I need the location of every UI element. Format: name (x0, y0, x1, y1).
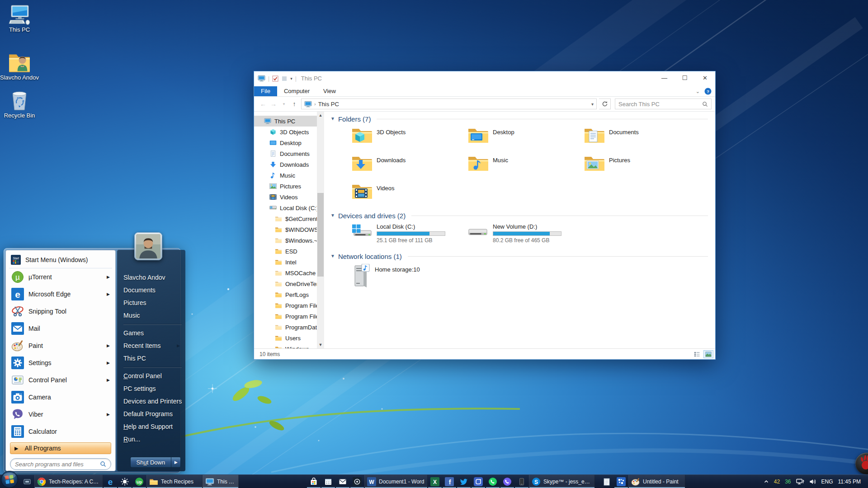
taskbar-instagram[interactable] (471, 475, 486, 488)
start-item-camera[interactable]: Camera (9, 389, 112, 406)
start-item-mail[interactable]: Mail (9, 320, 112, 337)
sidebar-item-programdata[interactable]: ProgramData (254, 322, 317, 333)
start-right-default-programs[interactable]: Default Programs (123, 408, 182, 420)
taskbar-store[interactable] (307, 475, 321, 488)
start-item-viber[interactable]: Viber▶ (9, 406, 112, 423)
language-indicator[interactable]: ENG (821, 479, 833, 485)
desktop-icon-slavcho-andov[interactable]: Slavcho Andov (0, 52, 39, 81)
taskbar-viber[interactable] (500, 475, 514, 488)
refresh-button[interactable] (599, 99, 611, 109)
taskbar-paint-untitled[interactable]: Untitled - Paint (628, 475, 685, 488)
start-right-pictures[interactable]: Pictures (123, 296, 182, 309)
tab-file[interactable]: File (254, 86, 277, 96)
tray-temp-2[interactable]: 36 (785, 479, 791, 485)
minimize-button[interactable]: — (654, 71, 675, 84)
sidebar-item-esd[interactable]: ESD (254, 246, 317, 257)
start-right-control-panel[interactable]: Control Panel (123, 370, 182, 382)
volume-icon[interactable] (809, 479, 816, 485)
network-item-home-storage-10[interactable]: Home storage:10 (351, 263, 467, 291)
desktop-icon-recycle-bin[interactable]: Recycle Bin (0, 90, 39, 119)
start-item-paint[interactable]: Paint▶ (9, 337, 112, 354)
new-folder-icon[interactable] (281, 75, 288, 82)
start-right-run[interactable]: Run... (123, 433, 182, 446)
desktop-icon-this-pc[interactable]: This PC (0, 5, 39, 33)
start-right-documents[interactable]: Documents (123, 284, 182, 296)
taskbar-skype-jess[interactable]: SSkype™ - jess_eswf (529, 475, 595, 488)
taskbar-this-pc[interactable]: This PC (203, 475, 239, 488)
start-right-music[interactable]: Music (123, 309, 182, 322)
sidebar-scrollbar[interactable]: ▲ ▼ (317, 112, 324, 348)
sidebar-item-documents[interactable]: Documents (254, 148, 317, 159)
up-icon[interactable]: ↑ (290, 100, 299, 108)
shut-down-button[interactable]: Shut Down (130, 457, 171, 468)
taskbar-phone[interactable] (514, 475, 529, 488)
sidebar-item-program-files[interactable]: Program Files (254, 300, 317, 311)
sidebar-item-program-files[interactable]: Program Files ( (254, 311, 317, 322)
sidebar-item-videos[interactable]: Videos (254, 192, 317, 202)
all-programs[interactable]: ▶ All Programs (10, 442, 111, 454)
sidebar-item-3d-objects[interactable]: 3D Objects (254, 127, 317, 137)
taskbar-facebook[interactable]: f (442, 475, 457, 488)
taskbar-excel[interactable]: X (428, 475, 442, 488)
taskbar-whatsapp[interactable] (486, 475, 500, 488)
section-header-network-locations-1[interactable]: ▼Network locations (1) (330, 250, 708, 263)
breadcrumb[interactable]: › This PC ▾ (301, 99, 597, 109)
forward-icon[interactable]: → (269, 100, 278, 108)
maximize-button[interactable]: ☐ (675, 71, 695, 84)
start-right-recent-items[interactable]: Recent Items▶ (123, 339, 182, 352)
explorer-search[interactable] (615, 99, 712, 109)
folder-tile-pictures[interactable]: Pictures (584, 153, 700, 181)
folder-tile-videos[interactable]: Videos (351, 181, 467, 209)
recent-locations-icon[interactable]: ▾ (279, 102, 288, 106)
tab-view[interactable]: View (316, 86, 343, 96)
taskbar-mail[interactable] (335, 475, 350, 488)
taskbar-task-view[interactable] (20, 475, 34, 488)
address-dropdown-icon[interactable]: ▾ (591, 102, 594, 107)
sidebar-item-music[interactable]: Music (254, 170, 317, 181)
start-right-slavcho-andov[interactable]: Slavcho Andov (123, 271, 182, 284)
network-icon[interactable] (796, 478, 804, 485)
scroll-up-icon[interactable]: ▲ (317, 112, 324, 119)
start-item-microsoft-edge[interactable]: eMicrosoft Edge▶ (9, 286, 112, 303)
taskbar-notepad[interactable] (599, 475, 614, 488)
start-button[interactable] (0, 470, 19, 488)
sidebar-item-intel[interactable]: Intel (254, 257, 317, 267)
sidebar-item-desktop[interactable]: Desktop (254, 137, 317, 148)
tab-computer[interactable]: Computer (277, 86, 316, 96)
start-item-settings[interactable]: Settings▶ (9, 354, 112, 371)
taskbar-twitter[interactable] (457, 475, 471, 488)
sidebar-item-windows-w[interactable]: $Windows.~W (254, 235, 317, 246)
scroll-down-icon[interactable]: ▼ (317, 341, 324, 348)
folder-tile-downloads[interactable]: Downloads (351, 153, 467, 181)
sidebar-item-windows-b[interactable]: $WINDOWS.~B (254, 224, 317, 235)
start-right-games[interactable]: Games (123, 327, 182, 339)
explorer-search-input[interactable] (618, 101, 702, 108)
sidebar-item-onedrivetemp[interactable]: OneDriveTemp (254, 278, 317, 289)
sidebar-item-msocache[interactable]: MSOCache (254, 267, 317, 278)
start-search-input[interactable] (15, 461, 100, 468)
sidebar-item-windows[interactable]: Windows (254, 343, 317, 348)
folder-tile-3d-objects[interactable]: 3D Objects (351, 125, 467, 153)
start-item-snipping-tool[interactable]: Snipping Tool (9, 303, 112, 320)
user-avatar[interactable] (134, 232, 162, 260)
taskbar-pixel-app[interactable] (614, 475, 628, 488)
taskbar-calendar[interactable] (321, 475, 335, 488)
back-icon[interactable]: ← (259, 100, 268, 108)
taskbar-edge[interactable]: e (103, 475, 118, 488)
close-button[interactable]: ✕ (695, 71, 715, 84)
taskbar-tech-recipes-folder[interactable]: Tech Recipes (146, 475, 203, 488)
section-header-folders-7[interactable]: ▼Folders (7) (330, 113, 708, 125)
taskbar-flux-sun[interactable] (118, 475, 132, 488)
sidebar-item-downloads[interactable]: Downloads (254, 159, 317, 170)
taskbar-chrome-tech-recipes[interactable]: Tech-Recipes: A Cook... (34, 475, 103, 488)
details-view-button[interactable] (692, 350, 702, 358)
large-icons-view-button[interactable] (703, 350, 713, 358)
start-right-this-pc[interactable]: This PC (123, 352, 182, 365)
folder-tile-documents[interactable]: Documents (584, 125, 700, 153)
scrollbar-thumb[interactable] (317, 193, 324, 277)
breadcrumb-location[interactable]: This PC (318, 101, 339, 108)
drive-new-volume-d[interactable]: New Volume (D:)80.2 GB free of 465 GB (467, 222, 584, 250)
folder-tile-music[interactable]: Music (467, 153, 584, 181)
clock[interactable]: 11:45 PM (838, 479, 861, 485)
folder-tile-desktop[interactable]: Desktop (467, 125, 584, 153)
